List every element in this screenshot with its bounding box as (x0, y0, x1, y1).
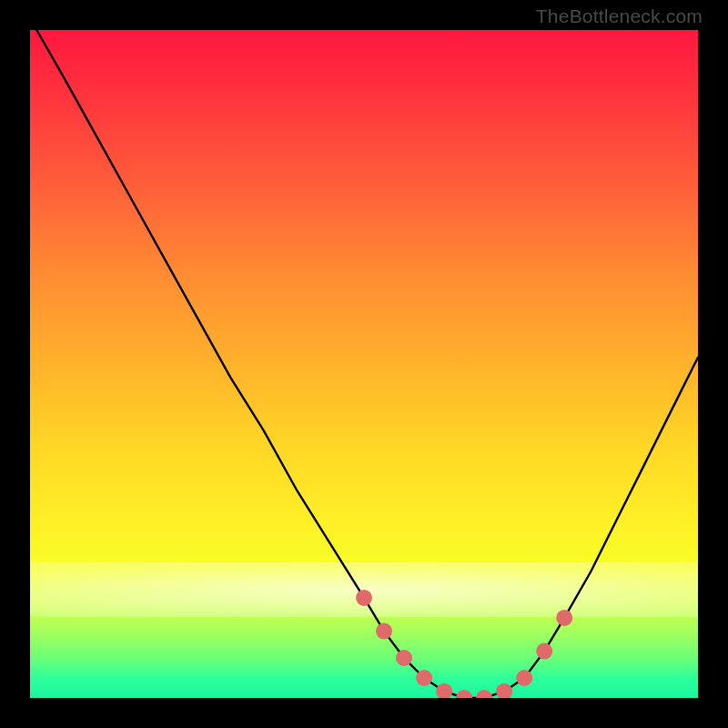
watermark-text: TheBottleneck.com (536, 5, 703, 27)
chart-canvas: TheBottleneck.com (0, 0, 728, 728)
plot-area (30, 30, 698, 698)
